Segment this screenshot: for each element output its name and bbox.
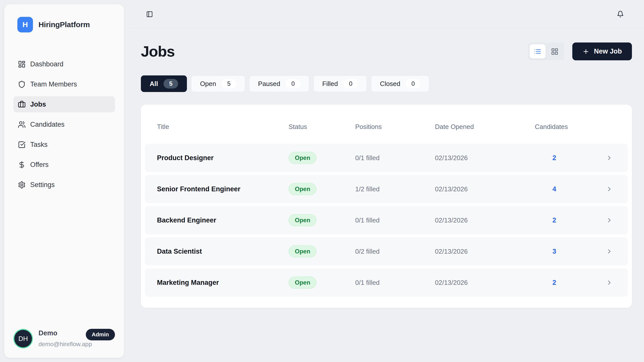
gear-icon <box>18 181 26 189</box>
avatar: DH <box>14 330 32 347</box>
sidebar-item-settings[interactable]: Settings <box>13 177 115 193</box>
sidebar-item-candidates[interactable]: Candidates <box>13 116 115 132</box>
column-title: Title <box>157 123 289 131</box>
status-badge: Open <box>289 183 316 195</box>
positions-cell: 0/1 filled <box>355 154 435 162</box>
sidebar-nav: Dashboard Team Members Jobs Candidates <box>13 56 115 193</box>
plus-icon <box>582 48 589 55</box>
user-email: demo@hireflow.app <box>38 341 79 348</box>
sidebar-item-dashboard[interactable]: Dashboard <box>13 56 115 72</box>
candidates-count[interactable]: 4 <box>535 185 574 193</box>
job-title: Backend Engineer <box>157 216 289 224</box>
filter-label: Closed <box>380 80 400 88</box>
filter-all[interactable]: All 5 <box>141 75 187 92</box>
chevron-right-icon[interactable] <box>606 186 613 193</box>
sidebar-item-team-members[interactable]: Team Members <box>13 76 115 92</box>
positions-cell: 0/1 filled <box>355 216 435 224</box>
new-job-button[interactable]: New Job <box>572 42 632 60</box>
candidates-count[interactable]: 2 <box>535 154 574 162</box>
page-title: Jobs <box>141 43 175 60</box>
filter-open[interactable]: Open 5 <box>191 75 245 92</box>
grid-view-button[interactable] <box>547 44 563 59</box>
view-toggle <box>528 43 564 60</box>
job-title: Data Scientist <box>157 248 289 255</box>
column-status: Status <box>289 123 355 131</box>
dollar-icon <box>18 161 26 169</box>
table-row[interactable]: Backend Engineer Open 0/1 filled 02/13/2… <box>145 206 628 234</box>
list-view-button[interactable] <box>530 44 546 59</box>
shield-icon <box>18 80 26 88</box>
main-area: Jobs <box>124 0 644 362</box>
date-opened-cell: 02/13/2026 <box>435 185 535 193</box>
filter-label: Open <box>200 80 216 88</box>
avatar-initials: DH <box>18 335 28 343</box>
filter-paused[interactable]: Paused 0 <box>249 75 309 92</box>
grid-icon <box>551 48 558 55</box>
square-check-icon <box>18 141 26 149</box>
job-title: Senior Frontend Engineer <box>157 185 289 193</box>
filter-count: 0 <box>406 79 420 88</box>
chevron-right-icon[interactable] <box>606 248 613 255</box>
chevron-right-icon[interactable] <box>606 279 613 286</box>
filter-count: 0 <box>286 79 300 88</box>
sidebar-item-label: Tasks <box>30 141 48 149</box>
status-badge: Open <box>289 245 316 257</box>
date-opened-cell: 02/13/2026 <box>435 216 535 224</box>
chevron-right-icon[interactable] <box>606 217 613 224</box>
app-logo: H <box>17 17 33 32</box>
topbar <box>129 0 644 28</box>
status-badge: Open <box>289 214 316 226</box>
sidebar-item-label: Jobs <box>30 101 46 108</box>
positions-cell: 1/2 filled <box>355 185 435 193</box>
date-opened-cell: 02/13/2026 <box>435 154 535 162</box>
sidebar-item-offers[interactable]: Offers <box>13 157 115 173</box>
notifications-button[interactable] <box>615 9 625 19</box>
column-positions: Positions <box>355 123 435 131</box>
date-opened-cell: 02/13/2026 <box>435 248 535 255</box>
column-date-opened: Date Opened <box>435 123 535 131</box>
candidates-count[interactable]: 2 <box>535 216 574 224</box>
jobs-page: Jobs <box>124 28 644 308</box>
table-header: Title Status Positions Date Opened Candi… <box>145 115 628 139</box>
positions-cell: 0/2 filled <box>355 248 435 255</box>
user-info: Demo demo@hireflow.app <box>38 329 79 348</box>
role-badge: Admin <box>86 329 115 340</box>
job-title: Product Designer <box>157 154 289 162</box>
chevron-right-icon[interactable] <box>606 154 613 161</box>
sidebar-item-label: Team Members <box>30 80 77 88</box>
sidebar-item-label: Offers <box>30 161 49 169</box>
app-root: H HiringPlatform Dashboard Team Members <box>0 0 644 362</box>
column-candidates: Candidates <box>535 123 574 131</box>
panel-left-icon <box>146 11 153 18</box>
user-name: Demo <box>38 329 79 337</box>
table-row[interactable]: Data Scientist Open 0/2 filled 02/13/202… <box>145 237 628 265</box>
filter-filled[interactable]: Filled 0 <box>313 75 367 92</box>
filter-count: 0 <box>343 79 358 88</box>
status-badge: Open <box>289 277 316 289</box>
app-name: HiringPlatform <box>38 20 90 29</box>
dashboard-icon <box>18 60 26 68</box>
table-row[interactable]: Product Designer Open 0/1 filled 02/13/2… <box>145 144 628 172</box>
table-row[interactable]: Senior Frontend Engineer Open 1/2 filled… <box>145 175 628 203</box>
sidebar: H HiringPlatform Dashboard Team Members <box>4 4 124 358</box>
status-badge: Open <box>289 152 316 164</box>
candidates-count[interactable]: 2 <box>535 279 574 287</box>
sidebar-item-tasks[interactable]: Tasks <box>13 137 115 153</box>
logo-letter: H <box>22 20 28 29</box>
sidebar-toggle-button[interactable] <box>145 9 154 19</box>
table-row[interactable]: Marketing Manager Open 0/1 filled 02/13/… <box>145 268 628 297</box>
jobs-table: Title Status Positions Date Opened Candi… <box>141 105 632 308</box>
user-profile[interactable]: DH Demo demo@hireflow.app Admin <box>13 329 115 348</box>
candidates-count[interactable]: 3 <box>535 248 574 255</box>
date-opened-cell: 02/13/2026 <box>435 279 535 287</box>
sidebar-item-jobs[interactable]: Jobs <box>13 96 115 112</box>
bell-icon <box>617 11 624 18</box>
page-header: Jobs <box>141 42 632 60</box>
header-actions: New Job <box>528 42 632 60</box>
filter-closed[interactable]: Closed 0 <box>371 75 429 92</box>
new-job-label: New Job <box>594 48 622 55</box>
sidebar-item-label: Candidates <box>30 121 65 128</box>
status-filters: All 5 Open 5 Paused 0 Filled 0 Closed <box>141 75 632 92</box>
filter-label: All <box>150 80 158 88</box>
brand: H HiringPlatform <box>13 17 115 32</box>
